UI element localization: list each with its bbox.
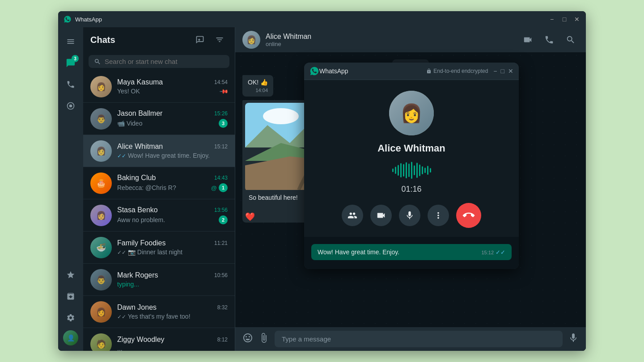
search-wrapper bbox=[89, 55, 229, 68]
end-call-btn[interactable] bbox=[456, 203, 481, 228]
call-title-bar: WhatsApp End-to-end endcrypted − □ ✕ bbox=[304, 63, 519, 80]
close-btn[interactable]: ✕ bbox=[573, 16, 580, 23]
mute-btn[interactable] bbox=[399, 205, 420, 226]
nav-archive[interactable] bbox=[62, 287, 80, 305]
chat-time-maya: 14:54 bbox=[214, 79, 228, 85]
chat-msg-dawn: ✓✓ Yes that's my fave too! bbox=[117, 313, 191, 320]
chat-contact-status: online bbox=[266, 41, 514, 47]
voice-btn[interactable] bbox=[568, 333, 579, 346]
chat-time-mark: 10:56 bbox=[214, 272, 228, 278]
wave-bar-8 bbox=[411, 162, 412, 179]
call-whatsapp-icon bbox=[309, 66, 319, 76]
nav-starred[interactable] bbox=[62, 266, 80, 284]
search-input[interactable] bbox=[105, 58, 224, 65]
left-nav: 3 bbox=[58, 27, 83, 351]
avatar-dawn: 👩 bbox=[90, 301, 112, 323]
chat-time-stasa: 13:56 bbox=[214, 207, 228, 213]
wave-bar-13 bbox=[424, 168, 426, 173]
new-chat-btn[interactable] bbox=[192, 32, 208, 48]
maximize-btn[interactable]: □ bbox=[561, 16, 568, 23]
message-read-icon: ✓✓ bbox=[496, 249, 505, 256]
chat-name-dawn: Dawn Jones bbox=[117, 303, 157, 311]
wave-bar-14 bbox=[427, 166, 428, 175]
chat-time-ziggy: 8:12 bbox=[217, 337, 228, 343]
nav-chats[interactable]: 3 bbox=[62, 54, 80, 72]
chat-list-header: Chats bbox=[83, 27, 235, 52]
chat-item-maya[interactable]: 👩 Maya Kasuma 14:54 Yes! OK 📌 bbox=[83, 71, 235, 103]
chat-item-stasa[interactable]: 👩 Stasa Benko 13:56 Aww no problem. 2 bbox=[83, 199, 235, 232]
chat-badge: 3 bbox=[72, 55, 79, 62]
voice-call-btn[interactable] bbox=[541, 32, 557, 48]
user-avatar[interactable]: 👤 bbox=[63, 330, 78, 345]
avatar-family: 🍜 bbox=[90, 237, 112, 258]
chats-title: Chats bbox=[90, 35, 192, 45]
unread-badge-baking: 1 bbox=[219, 183, 228, 192]
chat-list: 👩 Maya Kasuma 14:54 Yes! OK 📌 bbox=[83, 71, 235, 351]
wave-bar-12 bbox=[422, 166, 423, 174]
chat-time-family: 11:21 bbox=[214, 240, 228, 246]
nav-settings[interactable] bbox=[62, 309, 80, 327]
chat-item-baking[interactable]: 🎂 Baking Club 14:43 Rebecca: @Chris R? @… bbox=[83, 167, 235, 199]
message-input[interactable] bbox=[275, 331, 563, 347]
chat-item-ziggy[interactable]: 🧑 Ziggy Woodley 8:12 ... bbox=[83, 328, 235, 351]
window-controls: − □ ✕ bbox=[548, 16, 580, 23]
avatar-baking: 🎂 bbox=[90, 173, 112, 194]
chat-info-alice: Alice Whitman 15:12 ✓✓ Wow! Have great t… bbox=[117, 143, 228, 159]
wave-bar-9 bbox=[414, 165, 415, 175]
attach-btn[interactable] bbox=[258, 333, 269, 346]
header-icons bbox=[192, 32, 228, 48]
wave-bar-11 bbox=[419, 164, 420, 176]
chat-msg-family: ✓✓ 📷 Dinner last night bbox=[117, 248, 182, 256]
more-options-btn[interactable] bbox=[428, 205, 449, 226]
sent-msg-text: Wow! Have great time. Enjoy. bbox=[318, 248, 399, 256]
whatsapp-logo-icon bbox=[64, 15, 72, 23]
nav-menu[interactable] bbox=[62, 33, 80, 51]
minimize-btn[interactable]: − bbox=[548, 16, 555, 23]
chat-name-family: Family Foodies bbox=[117, 239, 165, 247]
search-chat-btn[interactable] bbox=[563, 32, 579, 48]
app-title: WhatsApp bbox=[75, 16, 548, 23]
unread-badge-jason: 3 bbox=[219, 119, 228, 128]
call-maximize-btn[interactable]: □ bbox=[501, 67, 504, 75]
chat-name-baking: Baking Club bbox=[117, 174, 156, 182]
chat-item-family[interactable]: 🍜 Family Foodies 11:21 ✓✓ 📷 Dinner last … bbox=[83, 232, 235, 264]
nav-calls[interactable] bbox=[62, 76, 80, 93]
chat-list-panel: Chats bbox=[83, 27, 235, 351]
chat-item-alice[interactable]: 👩 Alice Whitman 15:12 ✓✓ Wow! Have great… bbox=[83, 135, 235, 167]
filter-btn[interactable] bbox=[212, 32, 228, 48]
avatar-maya: 👩 bbox=[90, 76, 112, 97]
search-icon bbox=[94, 58, 101, 65]
video-call-btn[interactable] bbox=[520, 32, 536, 48]
chat-item-jason[interactable]: 👨 Jason Ballmer 15:26 📹 Video 3 bbox=[83, 103, 235, 135]
participants-btn[interactable] bbox=[342, 205, 363, 226]
chat-name-alice: Alice Whitman bbox=[117, 143, 163, 151]
message-input-area bbox=[235, 327, 586, 351]
chat-contact-name: Alice Whitman bbox=[266, 33, 514, 41]
svg-point-3 bbox=[263, 108, 299, 124]
call-minimize-btn[interactable]: − bbox=[493, 67, 497, 75]
search-bar bbox=[83, 52, 235, 71]
chat-msg-baking: Rebecca: @Chris R? bbox=[117, 184, 176, 191]
chat-item-dawn[interactable]: 👩 Dawn Jones 8:32 ✓✓ Yes that's my fave … bbox=[83, 296, 235, 328]
chat-item-mark[interactable]: 👨 Mark Rogers 10:56 typing... bbox=[83, 264, 235, 296]
call-contact-name: Alice Whitman bbox=[377, 143, 445, 154]
chat-name-jason: Jason Ballmer bbox=[117, 109, 162, 118]
chat-name-ziggy: Ziggy Woodley bbox=[117, 336, 165, 344]
video-toggle-btn[interactable] bbox=[370, 205, 392, 226]
chat-info-ziggy: Ziggy Woodley 8:12 ... bbox=[117, 336, 228, 351]
emoji-btn[interactable] bbox=[242, 333, 253, 346]
call-waveform bbox=[392, 161, 431, 179]
wave-bar-5 bbox=[403, 164, 404, 177]
avatar-ziggy: 🧑 bbox=[90, 333, 112, 351]
avatar-alice: 👩 bbox=[90, 140, 112, 162]
nav-status[interactable] bbox=[62, 97, 80, 115]
wave-bar-4 bbox=[400, 163, 402, 177]
chat-msg-maya: Yes! OK bbox=[117, 88, 140, 95]
avatar-jason: 👨 bbox=[90, 108, 112, 130]
call-window-controls: − □ ✕ bbox=[493, 67, 513, 75]
call-app-title: WhatsApp bbox=[319, 67, 426, 75]
call-close-btn[interactable]: ✕ bbox=[508, 67, 513, 75]
encryption-label: End-to-end endcrypted bbox=[433, 68, 488, 74]
sent-msg-in-call: Wow! Have great time. Enjoy. 15:12 ✓✓ bbox=[311, 244, 512, 260]
call-overlay: WhatsApp End-to-end endcrypted − □ ✕ 👩 A… bbox=[304, 63, 519, 269]
